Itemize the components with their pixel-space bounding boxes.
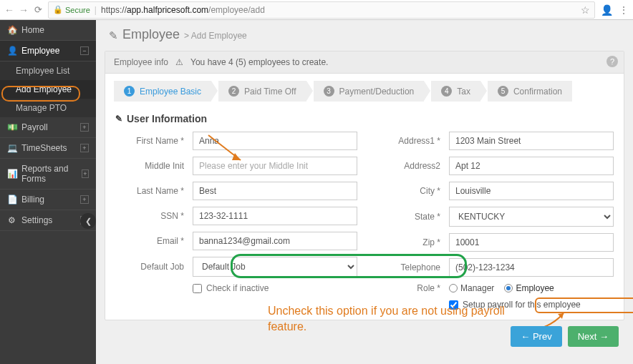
page-title: Employee	[122, 27, 180, 42]
expand-icon[interactable]: +	[82, 169, 89, 178]
timesheet-icon: 💻	[7, 143, 16, 153]
step-tax[interactable]: 4 Tax	[431, 81, 480, 102]
alert-lead: Employee info	[114, 57, 168, 67]
step-num: 1	[124, 86, 135, 97]
step-payment-deduction[interactable]: 3 Payment/Deduction	[314, 81, 425, 102]
email-field[interactable]	[193, 232, 357, 250]
setup-payroll-checkbox[interactable]	[449, 300, 458, 310]
sidebar-sub-employee-list[interactable]: Employee List	[0, 62, 96, 80]
back-icon[interactable]: ←	[4, 4, 14, 16]
ssn-field[interactable]	[193, 207, 357, 225]
expand-icon[interactable]: +	[80, 123, 89, 132]
url-scheme: https://	[101, 5, 127, 15]
radio-label: Employee	[516, 283, 554, 293]
wizard-steps: 1 Employee Basic 2 Paid Time Off 3 Payme…	[105, 74, 624, 109]
state-select[interactable]: KENTUCKY	[449, 207, 614, 227]
step-num: 4	[441, 86, 452, 97]
card: Employee info ⚠ You have 4 (5) employees…	[105, 51, 624, 320]
secure-label: Secure	[65, 6, 90, 14]
sidebar-sub-add-employee[interactable]: Add Employee	[0, 80, 96, 99]
pencil-icon: ✎	[115, 114, 122, 124]
bookmark-icon[interactable]: ☆	[581, 4, 590, 16]
sidebar-item-employee[interactable]: 👤Employee −	[0, 41, 96, 62]
payroll-icon: 💵	[7, 122, 16, 132]
inactive-label: Check if inactive	[206, 283, 269, 293]
address1-field[interactable]	[449, 132, 614, 150]
sidebar-label: TimeSheets	[21, 143, 67, 153]
default-job-select[interactable]: Default Job	[193, 257, 357, 277]
report-icon: 📊	[7, 169, 16, 179]
sidebar-item-billing[interactable]: 📄Billing +	[0, 190, 96, 210]
button-label: Next	[578, 331, 597, 342]
sidebar-sub-manage-pto[interactable]: Manage PTO	[0, 99, 96, 117]
next-button[interactable]: Next →	[568, 326, 619, 347]
city-field[interactable]	[449, 182, 614, 200]
inactive-checkbox[interactable]	[193, 284, 202, 293]
url-host: app.halfpricesoft.com	[127, 5, 208, 15]
role-label: Role *	[372, 283, 440, 293]
address2-field[interactable]	[449, 157, 614, 175]
help-icon[interactable]: ?	[607, 56, 618, 67]
step-num: 3	[324, 86, 334, 97]
role-manager-radio[interactable]: Manager	[449, 283, 494, 293]
zip-label: Zip *	[372, 237, 440, 247]
email-label: Email *	[115, 236, 184, 246]
step-num: 2	[228, 86, 239, 97]
step-label: Employee Basic	[140, 87, 201, 97]
sidebar-sub-employee: Employee List Add Employee Manage PTO	[0, 62, 96, 117]
reload-icon[interactable]: ⟳	[34, 4, 42, 15]
section-title-text: User Information	[127, 113, 207, 124]
collapse-icon[interactable]: −	[80, 46, 89, 55]
zip-field[interactable]	[449, 233, 614, 252]
menu-icon[interactable]: ⋮	[619, 4, 629, 16]
edit-icon: ✎	[109, 29, 118, 42]
home-icon: 🏠	[7, 25, 16, 35]
warning-icon: ⚠	[175, 57, 183, 67]
sidebar-item-home[interactable]: 🏠Home	[0, 20, 96, 41]
sidebar-collapse-icon[interactable]: ❮	[80, 213, 96, 229]
page-header: ✎ Employee > Add Employee	[96, 20, 633, 48]
last-name-field[interactable]	[193, 182, 357, 200]
lock-icon: 🔒	[53, 5, 63, 14]
ssn-label: SSN *	[115, 211, 184, 221]
sidebar-item-reports[interactable]: 📊Reports and Forms +	[0, 159, 96, 190]
sidebar-label: Billing	[21, 195, 44, 205]
tel-label: Telephone	[372, 262, 440, 272]
sidebar-label: Reports and Forms	[21, 164, 82, 184]
role-employee-radio[interactable]: Employee	[504, 283, 554, 293]
step-label: Payment/Deduction	[339, 87, 415, 97]
middle-init-label: Middle Init	[115, 161, 184, 171]
radio-label: Manager	[460, 283, 494, 293]
section-title: ✎ User Information	[105, 109, 624, 127]
alert-msg: You have 4 (5) employees to create.	[190, 57, 328, 67]
sidebar: 🏠Home 👤Employee − Employee List Add Empl…	[0, 20, 96, 364]
step-paid-time-off[interactable]: 2 Paid Time Off	[218, 81, 306, 102]
main-content: ✎ Employee > Add Employee Employee info …	[96, 20, 633, 364]
telephone-field[interactable]	[449, 258, 614, 277]
forward-icon[interactable]: →	[19, 4, 29, 16]
step-label: Confirmation	[513, 87, 562, 97]
sidebar-label: Employee	[21, 46, 59, 56]
address-bar[interactable]: 🔒 Secure | https://app.halfpricesoft.com…	[48, 1, 595, 19]
step-label: Paid Time Off	[244, 87, 296, 97]
addr1-label: Address1 *	[372, 136, 440, 146]
expand-icon[interactable]: +	[80, 144, 89, 152]
addr2-label: Address2	[372, 161, 440, 171]
first-name-label: First Name *	[115, 136, 184, 146]
sidebar-item-payroll[interactable]: 💵Payroll +	[0, 117, 96, 138]
step-employee-basic[interactable]: 1 Employee Basic	[114, 81, 211, 102]
middle-init-field[interactable]	[193, 157, 357, 175]
user-icon[interactable]: 👤	[601, 4, 613, 16]
prev-button[interactable]: ← Prev	[511, 326, 561, 347]
expand-icon[interactable]: +	[80, 195, 89, 204]
sidebar-item-timesheets[interactable]: 💻TimeSheets +	[0, 138, 96, 159]
first-name-field[interactable]	[193, 132, 357, 150]
default-job-label: Default Job	[115, 262, 184, 272]
browser-toolbar: ← → ⟳ 🔒 Secure | https://app.halfpriceso…	[0, 0, 633, 20]
breadcrumb: > Add Employee	[184, 31, 247, 41]
form: First Name * Middle Init Last Name * SSN…	[105, 127, 624, 320]
city-label: City *	[372, 186, 440, 196]
billing-icon: 📄	[7, 195, 16, 205]
sidebar-label: Home	[21, 25, 44, 35]
step-confirmation[interactable]: 5 Confirmation	[488, 81, 572, 102]
